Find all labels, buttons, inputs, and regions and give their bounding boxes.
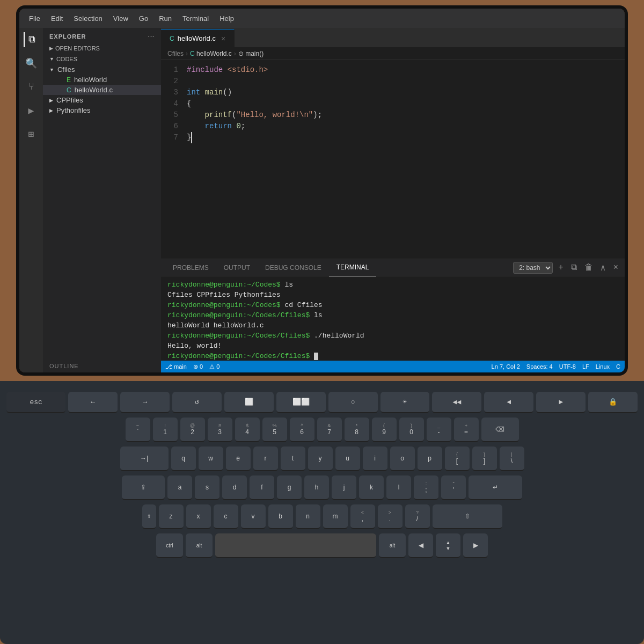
key-8[interactable]: * 8 [345,418,369,442]
key-w[interactable]: w [199,447,223,471]
key-g[interactable]: g [277,475,302,500]
menu-terminal[interactable]: Terminal [178,13,213,24]
key-rshift[interactable]: ⇧ [433,504,502,529]
menu-go[interactable]: Go [135,13,152,24]
key-h[interactable]: h [304,475,329,500]
explorer-icon[interactable]: ⧉ [24,32,39,47]
key-equals[interactable]: + = [454,418,479,442]
open-editors-section[interactable]: ▶ OPEN EDITORS [43,43,161,54]
pythonfiles-folder[interactable]: ▶ Pythonfiles [43,105,161,115]
key-vol-up[interactable]: ► [536,392,586,413]
menu-view[interactable]: View [109,13,133,24]
key-altgr[interactable]: alt [379,533,406,558]
menu-help[interactable]: Help [215,13,238,24]
key-x[interactable]: x [186,504,211,529]
key-n[interactable]: n [296,504,320,529]
key-pipe[interactable]: | \ [500,447,524,471]
key-1[interactable]: ! 1 [153,418,178,442]
key-p[interactable]: p [418,447,442,471]
key-space[interactable] [215,533,376,558]
extensions-icon[interactable]: ⊞ [24,127,39,142]
key-i[interactable]: i [363,447,387,471]
key-capslock[interactable]: ⇪ [122,475,165,500]
key-right[interactable]: ▶ [463,533,488,558]
key-m[interactable]: m [323,504,348,529]
key-l[interactable]: l [386,475,411,500]
terminal-content[interactable]: rickydonne@penguin:~/Codes$ ls Cfiles CP… [161,276,625,361]
key-gt[interactable]: > . [378,504,402,529]
key-up-down[interactable]: ▲ ▼ [436,533,460,558]
more-actions[interactable]: ··· [148,33,155,40]
key-fwd[interactable]: → [120,392,170,413]
key-r[interactable]: r [253,447,278,471]
helloworld-file[interactable]: E helloWorld [43,75,161,85]
key-minus[interactable]: _ - [427,418,451,442]
key-z[interactable]: z [159,504,184,529]
key-lt[interactable]: < , [350,504,375,529]
key-back[interactable]: ← [68,392,118,413]
key-s[interactable]: s [195,475,219,500]
close-panel-btn[interactable]: × [611,263,620,273]
kill-terminal-btn[interactable]: 🗑 [582,262,595,273]
key-backtick[interactable]: ~ ` [126,418,150,442]
helloworldc-tab[interactable]: C helloWorld.c × [161,29,235,47]
key-o[interactable]: o [390,447,415,471]
key-9[interactable]: ( 9 [372,418,397,442]
menu-run[interactable]: Run [155,13,176,24]
key-u[interactable]: u [335,447,360,471]
codes-section[interactable]: ▼ CODES [43,54,161,64]
search-icon[interactable]: 🔍 [24,56,39,71]
key-4[interactable]: $ 4 [235,418,260,442]
cppfiles-folder[interactable]: ▶ CPPfiles [43,95,161,105]
key-backspace[interactable]: ⌫ [481,418,519,442]
key-alt[interactable]: alt [186,533,213,558]
key-rbrace[interactable]: } ] [472,447,497,471]
key-t[interactable]: t [281,447,305,471]
tab-output[interactable]: OUTPUT [216,259,258,276]
key-b[interactable]: b [268,504,293,529]
terminal-select[interactable]: 2: bash [513,262,553,274]
menu-file[interactable]: File [25,13,45,24]
key-tab[interactable]: →| [120,447,169,471]
key-fullscreen[interactable]: ⬜ [224,392,274,413]
tab-terminal[interactable]: TERMINAL [329,259,377,276]
key-2[interactable]: @ 2 [180,418,205,442]
key-v[interactable]: v [241,504,266,529]
key-y[interactable]: y [308,447,333,471]
debug-icon[interactable]: ▶ [24,103,39,118]
key-mute[interactable]: ◀◀ [432,392,481,413]
key-lshift[interactable]: ⇧ [142,504,156,529]
key-e[interactable]: e [226,447,251,471]
key-a[interactable]: a [167,475,192,500]
key-6[interactable]: ^ 6 [290,418,314,442]
key-esc[interactable]: esc [6,392,65,413]
key-c[interactable]: c [214,504,238,529]
helloworldc-file[interactable]: C helloWorld.c [43,85,161,95]
key-7[interactable]: & 7 [317,418,342,442]
key-left[interactable]: ◀ [408,533,433,558]
key-enter[interactable]: ↵ [469,475,522,500]
key-0[interactable]: ) 0 [399,418,424,442]
key-q[interactable]: q [171,447,196,471]
git-icon[interactable]: ⑂ [24,79,39,94]
key-5[interactable]: % 5 [262,418,287,442]
key-colon[interactable]: : ; [414,475,438,500]
code-editor[interactable]: 1 #include <stdio.h> 2 3 int main() 4 { [161,60,625,259]
split-terminal-btn[interactable]: ⧉ [569,262,579,273]
key-3[interactable]: # 3 [208,418,232,442]
tab-close-btn[interactable]: × [221,34,225,43]
key-lock[interactable]: 🔒 [588,392,638,413]
key-windows[interactable]: ⬜⬜ [276,392,326,413]
cfiles-folder[interactable]: ▼ Cfiles [43,64,161,75]
key-j[interactable]: j [332,475,356,500]
key-bright-down[interactable]: ○ [328,392,378,413]
key-f[interactable]: f [250,475,274,500]
new-terminal-btn[interactable]: + [556,263,566,273]
key-lbrace[interactable]: { [ [445,447,470,471]
key-k[interactable]: k [359,475,384,500]
menu-selection[interactable]: Selection [69,13,106,24]
key-bright-up[interactable]: ☀ [380,392,430,413]
key-refresh[interactable]: ↺ [172,392,222,413]
key-quote[interactable]: " ' [441,475,466,500]
menu-edit[interactable]: Edit [47,13,67,24]
